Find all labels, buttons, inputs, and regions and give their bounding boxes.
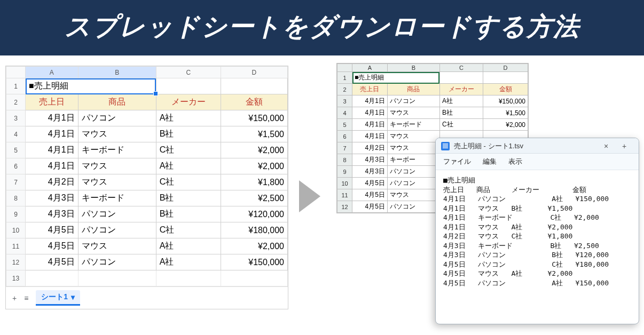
cell-amount[interactable]: ¥150,000	[221, 110, 287, 126]
cell-maker[interactable]: A社	[156, 110, 221, 126]
header-cell[interactable]: 売上日	[352, 84, 388, 95]
row-number[interactable]: 11	[6, 238, 26, 254]
row-number[interactable]: 12	[337, 201, 352, 213]
cell-date[interactable]: 4月1日	[26, 142, 78, 158]
cell-date[interactable]: 4月5日	[352, 201, 388, 213]
column-header[interactable]: C	[439, 64, 483, 72]
row-number[interactable]: 4	[6, 126, 26, 142]
cell-product[interactable]: パソコン	[78, 110, 156, 126]
cell-date[interactable]: 4月5日	[26, 238, 78, 254]
cell-date[interactable]: 4月1日	[352, 131, 388, 142]
cell-product[interactable]: パソコン	[387, 178, 439, 189]
cell[interactable]	[156, 78, 221, 94]
column-header[interactable]: D	[483, 64, 528, 72]
cell-product[interactable]: キーボード	[387, 119, 439, 131]
row-number[interactable]: 5	[337, 119, 352, 131]
header-cell[interactable]: 商品	[78, 94, 156, 110]
row-number[interactable]: 6	[337, 131, 352, 142]
notepad-text-area[interactable]: ■売上明細 売上日 商品 メーカー 金額 4月1日 パソコン A社 ¥150,0…	[436, 170, 639, 293]
cell-amount[interactable]: ¥2,000	[221, 238, 287, 254]
row-number[interactable]: 6	[6, 158, 26, 174]
cell-product[interactable]: パソコン	[387, 201, 439, 213]
cell-date[interactable]: 4月2日	[26, 174, 78, 190]
select-all-corner[interactable]	[337, 64, 352, 72]
row-number[interactable]: 2	[337, 84, 352, 95]
cell-maker[interactable]: B社	[156, 206, 221, 222]
row-number[interactable]: 7	[6, 174, 26, 190]
cell-date[interactable]: 4月1日	[352, 119, 388, 131]
cell-amount[interactable]: ¥2,000	[221, 158, 287, 174]
cell-maker[interactable]: C社	[156, 142, 221, 158]
row-number[interactable]: 13	[6, 270, 26, 286]
cell-date[interactable]: 4月5日	[26, 222, 78, 238]
row-number[interactable]: 8	[6, 190, 26, 206]
cell-product[interactable]: マウス	[78, 126, 156, 142]
cell[interactable]	[78, 270, 156, 286]
cell-product[interactable]: マウス	[78, 158, 156, 174]
column-header[interactable]: B	[387, 64, 439, 72]
row-number[interactable]: 11	[337, 189, 352, 201]
new-tab-button[interactable]: +	[615, 142, 633, 150]
cell-amount[interactable]: ¥1,500	[483, 107, 528, 119]
cell-product[interactable]: キーボード	[78, 190, 156, 206]
cell-date[interactable]: 4月3日	[26, 206, 78, 222]
cell-date[interactable]: 4月1日	[26, 158, 78, 174]
row-number[interactable]: 10	[6, 222, 26, 238]
cell-product[interactable]: マウス	[387, 107, 439, 119]
cell-amount[interactable]: ¥150,000	[221, 254, 287, 270]
header-cell[interactable]: メーカー	[156, 94, 221, 110]
cell[interactable]	[221, 78, 287, 94]
row-number[interactable]: 4	[337, 107, 352, 119]
row-number[interactable]: 3	[6, 110, 26, 126]
menu-view[interactable]: 表示	[508, 157, 522, 166]
cell-product[interactable]: パソコン	[78, 222, 156, 238]
row-number[interactable]: 12	[6, 254, 26, 270]
cell-product[interactable]: パソコン	[78, 254, 156, 270]
cell-maker[interactable]: A社	[156, 238, 221, 254]
header-cell[interactable]: メーカー	[439, 84, 483, 95]
cell-maker[interactable]: B社	[439, 107, 483, 119]
sheet-title-cell[interactable]: ■売上明細	[26, 78, 156, 94]
cell-date[interactable]: 4月1日	[26, 110, 78, 126]
column-header[interactable]: A	[352, 64, 388, 72]
cell-product[interactable]: パソコン	[387, 166, 439, 178]
header-cell[interactable]: 金額	[483, 84, 528, 95]
cell-date[interactable]: 4月1日	[352, 95, 388, 107]
cell-amount[interactable]: ¥2,000	[221, 142, 287, 158]
row-number[interactable]: 8	[337, 154, 352, 166]
cell-maker[interactable]: A社	[439, 95, 483, 107]
cell-amount[interactable]: ¥150,000	[483, 95, 528, 107]
cell-product[interactable]: キーボー	[387, 154, 439, 166]
close-button[interactable]: ×	[597, 142, 615, 150]
cell-date[interactable]: 4月3日	[26, 190, 78, 206]
column-header[interactable]: D	[221, 67, 287, 78]
row-number[interactable]: 9	[6, 206, 26, 222]
cell[interactable]	[439, 72, 483, 84]
select-all-corner[interactable]	[6, 67, 26, 78]
sheet-title-cell[interactable]: ■売上明細	[352, 72, 440, 84]
cell-product[interactable]: マウス	[78, 238, 156, 254]
row-number[interactable]: 2	[6, 94, 26, 110]
row-number[interactable]: 7	[337, 142, 352, 154]
cell-maker[interactable]: C社	[156, 222, 221, 238]
sheet-tab[interactable]: シート1 ▾	[36, 290, 80, 306]
cell[interactable]	[156, 270, 221, 286]
cell-amount[interactable]: ¥120,000	[221, 206, 287, 222]
cell-date[interactable]: 4月5日	[352, 178, 388, 189]
cell[interactable]	[26, 270, 78, 286]
row-number[interactable]: 10	[337, 178, 352, 189]
row-number[interactable]: 3	[337, 95, 352, 107]
column-header[interactable]: A	[26, 67, 78, 78]
cell-date[interactable]: 4月5日	[26, 254, 78, 270]
cell-amount[interactable]: ¥1,800	[221, 174, 287, 190]
column-header[interactable]: B	[78, 67, 156, 78]
cell[interactable]	[221, 270, 287, 286]
cell-product[interactable]: マウス	[387, 142, 439, 154]
cell[interactable]	[483, 72, 528, 84]
cell-maker[interactable]: C社	[439, 119, 483, 131]
cell-amount[interactable]: ¥2,000	[483, 119, 528, 131]
cell-product[interactable]: マウス	[78, 174, 156, 190]
cell-date[interactable]: 4月1日	[26, 126, 78, 142]
cell-maker[interactable]: B社	[156, 190, 221, 206]
row-number[interactable]: 9	[337, 166, 352, 178]
